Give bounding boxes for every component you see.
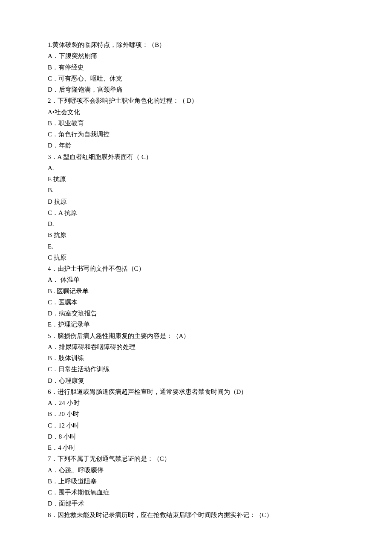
text-line: D．后穹隆饱满，宫颈举痛 [48,84,344,95]
text-line: C．日常生活动作训练 [48,364,344,375]
text-line: D．心理康复 [48,375,344,386]
text-line: B 抗原 [48,229,344,240]
text-line: 6．进行胆道或胃肠道疾病超声检查时，通常要求患者禁食时间为（D） [48,386,344,397]
text-line: A．下腹突然剧痛 [48,50,344,61]
text-line: C．医嘱本 [48,297,344,308]
text-line: C．A 抗原 [48,207,344,218]
text-line: A．心跳、呼吸骤停 [48,465,344,476]
text-line: B．上呼吸道阻塞 [48,476,344,487]
text-line: B．20 小时 [48,408,344,419]
text-line: C．可有恶心、呕吐、休克 [48,73,344,84]
text-line: A. [48,162,344,173]
text-line: B．有停经史 [48,62,344,73]
text-line: 2．下列哪项不会影响护士职业角色化的过程：（ D） [48,95,344,106]
text-line: 4．由护士书写的文件不包括（C） [48,263,344,274]
text-line: C．围手术期低氧血症 [48,487,344,498]
text-line: 3．A 型血者红细胞膜外表面有（ C） [48,151,344,162]
text-line: E．护理记录单 [48,319,344,330]
text-line: C．12 小时 [48,420,344,431]
text-line: 7．下列不属于无创通气禁忌证的是：（C） [48,453,344,464]
text-line: D．面部手术 [48,498,344,509]
document-body: 1.黄体破裂的临床特点，除外哪项：（B）A．下腹突然剧痛B．有停经史C．可有恶心… [48,39,344,520]
text-line: A•社会文化 [48,107,344,118]
text-line: E．4 小时 [48,442,344,453]
text-line: 8．因抢救未能及时记录病历时，应在抢救结束后哪个时间段内据实补记：（C） [48,509,344,520]
text-line: 5．脑损伤后病人急性期康复的主要内容是：（A） [48,330,344,341]
text-line: D．8 小时 [48,431,344,442]
text-line: B. [48,185,344,196]
text-line: E 抗原 [48,173,344,185]
text-line: D. [48,218,344,229]
text-line: D 抗原 [48,196,344,207]
text-line: B . 医嘱记录单 [48,286,344,297]
text-line: E. [48,241,344,252]
text-line: D．年龄 [48,140,344,151]
text-line: C 抗原 [48,252,344,263]
text-line: B．职业教育 [48,118,344,129]
text-line: A．排尿障碍和吞咽障碍的处理 [48,341,344,353]
document-page: 1.黄体破裂的临床特点，除外哪项：（B）A．下腹突然剧痛B．有停经史C．可有恶心… [0,0,392,555]
text-line: C．角色行为自我调控 [48,129,344,140]
text-line: B．肢体训练 [48,353,344,364]
text-line: A． 体温单 [48,274,344,285]
text-line: 1.黄体破裂的临床特点，除外哪项：（B） [48,39,344,50]
text-line: A．24 小时 [48,397,344,408]
text-line: D．病室交班报告 [48,308,344,319]
